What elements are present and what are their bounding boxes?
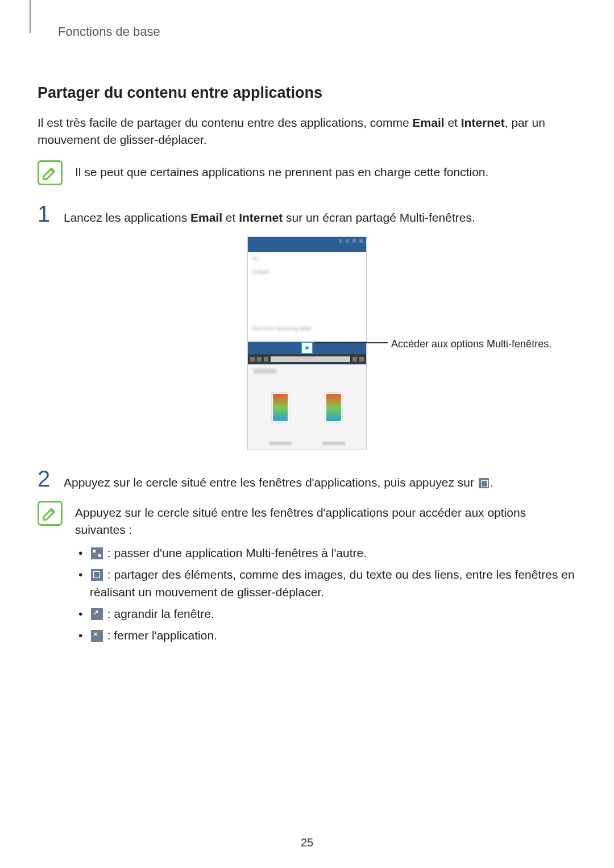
step-number: 1 <box>38 202 55 225</box>
expand-window-icon <box>91 608 103 620</box>
text: et <box>445 116 461 129</box>
text: Il est très facile de partager du conten… <box>38 116 413 129</box>
header-rule <box>30 0 31 33</box>
options-list: : passer d'une application Multi-fenêtre… <box>75 545 576 645</box>
text: Appuyez sur le cercle situé entre les fe… <box>64 476 478 489</box>
close-window-icon <box>91 630 103 642</box>
step-1: 1 Lancez les applications Email et Inter… <box>38 202 576 226</box>
figure-wrap: To Subject Sent from Samsung tablet <box>38 236 576 450</box>
intro-paragraph: Il est très facile de partager du conten… <box>38 114 576 149</box>
bold-text: Internet <box>239 211 283 224</box>
figure-browser-toolbar <box>248 354 366 364</box>
document-page: Fonctions de base Partager du contenu en… <box>0 0 614 649</box>
text: : agrandir la fenêtre. <box>104 607 214 620</box>
pencil-icon <box>42 505 59 522</box>
text: Lancez les applications <box>64 211 190 224</box>
text: . <box>490 476 493 489</box>
header-icons <box>339 239 363 243</box>
bold-text: Email <box>190 211 222 224</box>
step-2: 2 Appuyez sur le cercle situé entre les … <box>38 467 576 491</box>
figure-browser-body <box>248 364 366 450</box>
section-heading: Partager du contenu entre applications <box>38 82 576 104</box>
note-block: Il se peut que certaines applications ne… <box>38 159 576 185</box>
text: sur un écran partagé Multi-fenêtres. <box>283 211 475 224</box>
pencil-icon <box>42 164 59 181</box>
breadcrumb: Fonctions de base <box>58 23 576 41</box>
list-item: : fermer l'application. <box>75 627 576 644</box>
callout-line <box>315 342 388 343</box>
bold-text: Internet <box>461 116 505 129</box>
multiwindow-figure: To Subject Sent from Samsung tablet <box>247 236 367 450</box>
share-window-icon <box>91 569 103 581</box>
list-item: : agrandir la fenêtre. <box>75 605 576 622</box>
note-intro: Appuyez sur le cercle situé entre les fe… <box>75 504 576 539</box>
text: : passer d'une application Multi-fenêtre… <box>104 546 367 559</box>
step-body: Appuyez sur le cercle situé entre les fe… <box>64 474 576 491</box>
multiwindow-handle-icon <box>301 342 313 354</box>
share-window-icon <box>479 478 489 488</box>
svg-point-0 <box>305 346 309 350</box>
text: : fermer l'application. <box>104 629 217 642</box>
callout-label: Accéder aux options Multi-fenêtres. <box>391 337 551 351</box>
thumbnail-icon <box>325 393 342 422</box>
step-number: 2 <box>38 467 55 490</box>
thumbnail-icon <box>272 393 289 422</box>
bold-text: Email <box>413 116 445 129</box>
handle-glyph-icon <box>303 344 311 352</box>
swap-windows-icon <box>91 547 103 559</box>
note-text: Il se peut que certaines applications ne… <box>75 159 576 181</box>
note-icon <box>38 501 63 526</box>
figure-email-body: To Subject Sent from Samsung tablet <box>248 252 366 342</box>
note-block: Appuyez sur le cercle situé entre les fe… <box>38 500 576 649</box>
figure-email-header <box>248 237 366 252</box>
text: et <box>222 211 239 224</box>
note-icon <box>38 160 63 185</box>
list-item: : partager des éléments, comme des image… <box>75 566 576 601</box>
note-body: Appuyez sur le cercle situé entre les fe… <box>75 500 576 649</box>
text: : partager des éléments, comme des image… <box>90 568 575 598</box>
page-number: 25 <box>0 834 614 851</box>
step-body: Lancez les applications Email et Interne… <box>64 209 576 226</box>
list-item: : passer d'une application Multi-fenêtre… <box>75 545 576 562</box>
